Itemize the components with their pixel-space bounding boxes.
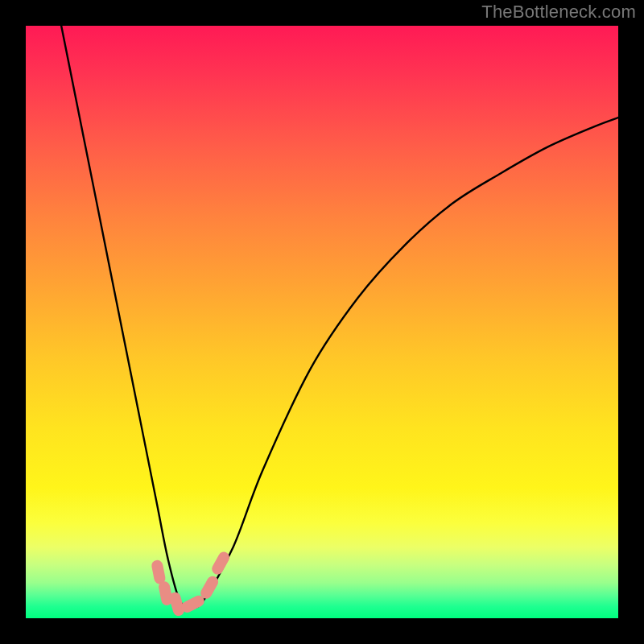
plot-area: [26, 26, 618, 618]
chart-svg: [26, 26, 618, 618]
chart-frame: TheBottleneck.com: [0, 0, 644, 644]
bottleneck-curve: [61, 26, 618, 607]
curve-layer: [61, 26, 618, 607]
marker-layer: [151, 550, 231, 617]
curve-marker: [210, 550, 232, 576]
curve-marker: [151, 559, 167, 585]
watermark-text: TheBottleneck.com: [481, 2, 636, 23]
